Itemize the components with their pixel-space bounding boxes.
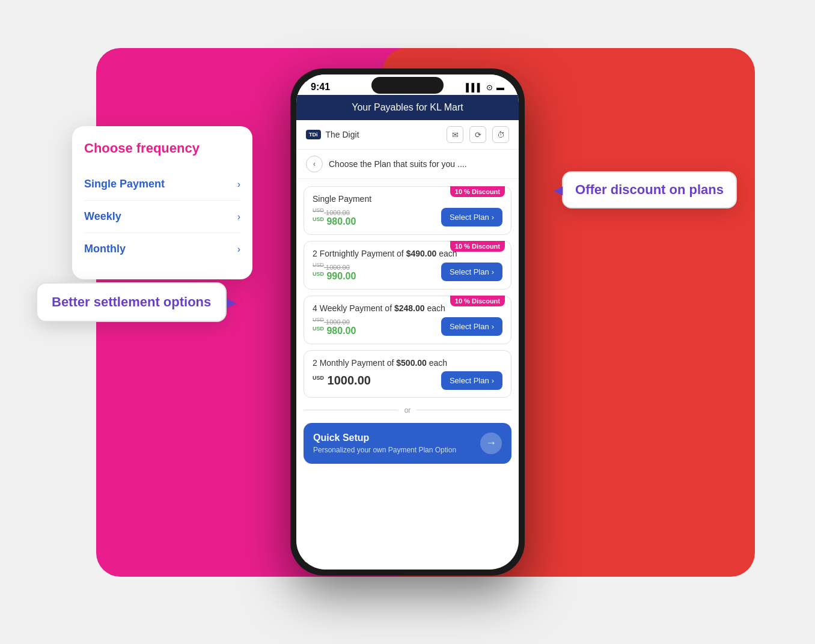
freq-item-monthly[interactable]: Monthly › (84, 233, 240, 265)
wifi-icon: ⊙ (486, 83, 493, 92)
settlement-callout: Better settlement options ▶ (36, 282, 227, 322)
signal-icon: ▌▌▌ (466, 83, 483, 92)
price-block-single: USD 1000.00 USD 980.00 (313, 207, 356, 227)
price-block-monthly: USD 1000.00 (313, 374, 371, 387)
original-price-weekly: USD 1000.00 (313, 317, 356, 326)
status-icons: ▌▌▌ ⊙ ▬ (466, 83, 504, 92)
select-plan-monthly[interactable]: Select Plan › (441, 371, 502, 390)
freq-label-monthly: Monthly (84, 243, 126, 255)
select-plan-single[interactable]: Select Plan › (441, 208, 502, 226)
plan-price-row-monthly: USD 1000.00 Select Plan › (313, 371, 502, 390)
discount-badge-single: 10 % Discount (450, 186, 505, 197)
freq-item-single[interactable]: Single Payment › (84, 168, 240, 201)
freq-label-single: Single Payment (84, 178, 165, 190)
or-divider: or (304, 404, 511, 417)
or-text: or (404, 406, 411, 415)
email-icon-btn[interactable]: ✉ (447, 126, 463, 143)
or-line-right (417, 410, 511, 410)
plan-title-monthly: 2 Monthly Payment of $500.00 each (313, 358, 502, 368)
app-header-title: Your Payables for KL Mart (306, 102, 509, 113)
nav-title: Choose the Plan that suits for you .... (329, 159, 467, 169)
phone-frame: 9:41 ▌▌▌ ⊙ ▬ Your Payables for KL Mart T… (290, 68, 525, 576)
sub-header-icons: ✉ ⟳ ⏱ (447, 126, 509, 143)
plan-price-row-fortnightly: USD 1000.00 USD 990.00 Select Plan › (313, 262, 502, 282)
frequency-title: Choose frequency (84, 141, 240, 156)
price-block-fortnightly: USD 1000.00 USD 990.00 (313, 262, 356, 282)
tdi-logo: TDi (306, 130, 321, 139)
app-header: Your Payables for KL Mart (296, 95, 519, 120)
plan-price-row-weekly: USD 1000.00 USD 980.00 Select Plan › (313, 317, 502, 336)
plan-card-monthly: 2 Monthly Payment of $500.00 each USD 10… (304, 350, 511, 398)
quick-setup-subtitle: Personalized your own Payment Plan Optio… (313, 446, 456, 454)
price-block-weekly: USD 1000.00 USD 980.00 (313, 317, 356, 336)
status-time: 9:41 (311, 82, 330, 93)
discounted-price-single: USD 980.00 (313, 216, 356, 227)
back-button[interactable]: ‹ (306, 156, 323, 172)
freq-label-weekly: Weekly (84, 210, 121, 223)
plan-card-fortnightly: 10 % Discount 2 Fortnightly Payment of $… (304, 241, 511, 290)
quick-setup-arrow-btn[interactable]: → (480, 433, 502, 454)
phone-screen: 9:41 ▌▌▌ ⊙ ▬ Your Payables for KL Mart T… (296, 74, 519, 570)
frequency-card: Choose frequency Single Payment › Weekly… (72, 126, 252, 279)
or-line-left (304, 410, 398, 410)
original-price-single: USD 1000.00 (313, 207, 356, 216)
plan-card-single: 10 % Discount Single Payment USD 1000.00… (304, 186, 511, 235)
sub-header-left: TDi The Digit (306, 130, 359, 139)
quick-setup-title: Quick Setup (313, 433, 456, 443)
discounted-price-fortnightly: USD 990.00 (313, 271, 356, 282)
freq-item-weekly[interactable]: Weekly › (84, 201, 240, 233)
chevron-icon-weekly: › (237, 211, 240, 222)
quick-setup-text: Quick Setup Personalized your own Paymen… (313, 433, 456, 454)
chevron-icon-monthly: › (237, 244, 240, 255)
nav-bar: ‹ Choose the Plan that suits for you ...… (296, 150, 519, 179)
plan-price-row-single: USD 1000.00 USD 980.00 Select Plan › (313, 207, 502, 227)
select-plan-fortnightly[interactable]: Select Plan › (441, 263, 502, 281)
chevron-icon-single: › (237, 179, 240, 190)
settlement-text: Better settlement options (52, 294, 211, 309)
discount-badge-fortnightly: 10 % Discount (450, 241, 505, 252)
select-plan-weekly[interactable]: Select Plan › (441, 317, 502, 336)
sub-header: TDi The Digit ✉ ⟳ ⏱ (296, 120, 519, 150)
discount-badge-weekly: 10 % Discount (450, 296, 505, 306)
offer-arrow-icon: ◀ (554, 183, 563, 197)
original-price-fortnightly: USD 1000.00 (313, 262, 356, 271)
content-area: 10 % Discount Single Payment USD 1000.00… (296, 179, 519, 570)
offer-discount-callout: ◀ Offer discount on plans (562, 171, 737, 208)
timer-icon-btn[interactable]: ⏱ (492, 126, 509, 143)
company-name: The Digit (326, 130, 359, 139)
discounted-price-weekly: USD 980.00 (313, 326, 356, 336)
settlement-arrow-icon: ▶ (227, 295, 236, 309)
offer-discount-text: Offer discount on plans (575, 182, 724, 197)
battery-icon: ▬ (496, 83, 504, 92)
normal-price-monthly: USD 1000.00 (313, 374, 371, 387)
quick-setup-card[interactable]: Quick Setup Personalized your own Paymen… (304, 423, 511, 464)
phone-notch (371, 77, 444, 94)
refresh-icon-btn[interactable]: ⟳ (469, 126, 486, 143)
plan-card-weekly: 10 % Discount 4 Weekly Payment of $248.0… (304, 296, 511, 344)
